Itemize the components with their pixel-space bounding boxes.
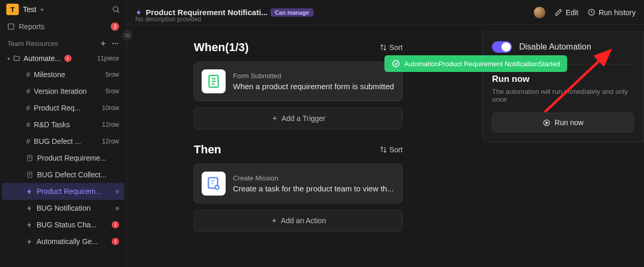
add-action-button[interactable]: Add an Action [194, 210, 403, 232]
flow-column: When(1/3) Sort Form Submitted When a pro… [194, 41, 403, 267]
more-icon[interactable] [111, 40, 119, 47]
when-header: When(1/3) Sort [194, 41, 403, 54]
alert-badge-icon: ! [64, 55, 72, 62]
sidebar-collapse-handle[interactable] [122, 30, 133, 41]
plus-icon [271, 217, 278, 224]
sidebar-item[interactable]: Product Requirem... [2, 183, 124, 200]
sort-icon [380, 44, 387, 51]
bolt-icon [135, 9, 143, 16]
status-dot-icon [115, 207, 119, 210]
play-circle-icon [543, 119, 551, 127]
action-card-title: Create Mission [233, 174, 394, 182]
sidebar-item[interactable]: #Milestone5row [2, 66, 124, 83]
item-label: Milestone [34, 70, 102, 79]
run-now-label: Run now [555, 118, 583, 127]
toggle-label: Disable Automation [519, 42, 591, 52]
item-meta: 12row [102, 138, 119, 145]
item-label: R&D Tasks [34, 120, 99, 129]
reports-badge: 3 [111, 22, 119, 31]
sort-label: Sort [389, 43, 403, 52]
sidebar-item[interactable]: Product Requireme... [2, 150, 124, 166]
add-resource-icon[interactable] [99, 40, 107, 47]
item-meta: 12row [102, 121, 119, 128]
when-title: When(1/3) [194, 41, 249, 54]
item-label: BUG Defect ... [34, 137, 99, 145]
add-trigger-label: Add a Trigger [282, 114, 325, 123]
task-icon [202, 172, 226, 196]
sidebar-item[interactable]: BUG Status Cha...! [2, 216, 124, 233]
sidebar-item[interactable]: Automatically Ge...! [2, 233, 124, 250]
form-icon [202, 69, 226, 93]
when-sort-button[interactable]: Sort [380, 43, 403, 52]
sort-icon [380, 146, 387, 153]
main: Product Requirement Notificati... Can ma… [127, 0, 644, 267]
workspace-switcher[interactable]: T Test ▾ [0, 0, 126, 19]
trigger-card-title: Form Submitted [233, 72, 394, 80]
svg-point-7 [117, 43, 119, 44]
chevron-down-icon: ▾ [7, 56, 10, 62]
check-circle-icon [392, 59, 400, 68]
svg-line-1 [118, 11, 119, 13]
chevron-down-icon: ▾ [41, 7, 43, 13]
sidebar-item[interactable]: BUG Notification [2, 200, 124, 216]
permission-badge: Can manage [271, 8, 313, 17]
svg-point-0 [113, 7, 118, 11]
plus-icon [271, 115, 278, 122]
item-label: Product Req... [34, 104, 99, 112]
folder-meta: 11piece [97, 55, 119, 62]
run-history-label: Run history [599, 8, 636, 17]
item-label: Version Iteration [34, 87, 102, 95]
item-label: Product Requireme... [37, 154, 119, 162]
item-label: Automatically Ge... [37, 237, 108, 246]
svg-point-6 [114, 43, 116, 44]
sidebar-item[interactable]: #BUG Defect ...12row [2, 133, 124, 150]
nav-reports-label: Reports [19, 22, 44, 31]
automation-panel: Disable Automation Run now The automatio… [482, 31, 644, 142]
svg-point-5 [112, 43, 114, 44]
then-title: Then [194, 143, 221, 156]
sidebar-item[interactable]: #R&D Tasks12row [2, 116, 124, 133]
item-label: BUG Status Cha... [37, 221, 108, 229]
run-now-title: Run now [492, 74, 634, 84]
page-subtitle: No description provided [135, 16, 201, 23]
toast-text: AutomationProduct Requirement Notificati… [404, 60, 560, 68]
then-header: Then Sort [194, 143, 403, 156]
run-now-button[interactable]: Run now [492, 113, 634, 132]
action-card[interactable]: Create Mission Create a task for the pro… [194, 164, 403, 203]
nav-reports[interactable]: Reports 3 [0, 19, 126, 34]
then-sort-button[interactable]: Sort [380, 145, 403, 154]
alert-badge-icon: ! [112, 221, 119, 228]
item-label: BUG Notification [37, 204, 112, 212]
alert-badge-icon: ! [112, 238, 119, 245]
svg-rect-2 [8, 24, 14, 30]
search-icon[interactable] [112, 5, 120, 14]
sidebar: T Test ▾ Reports 3 Team Resources ▾ Auto… [0, 0, 127, 267]
item-label: BUG Defect Collect... [37, 171, 119, 179]
history-icon [588, 8, 595, 16]
sort-label: Sort [389, 145, 403, 154]
item-meta: 5row [106, 88, 119, 95]
disable-automation-toggle[interactable] [492, 41, 512, 53]
sidebar-item[interactable]: BUG Defect Collect... [2, 166, 124, 183]
sidebar-folder[interactable]: ▾ Automate... ! 11piece [0, 51, 126, 66]
folder-label: Automate... [24, 54, 61, 63]
sidebar-section-header: Team Resources [0, 34, 126, 51]
folder-icon [13, 55, 20, 62]
sidebar-item[interactable]: #Product Req...10row [2, 100, 124, 116]
sidebar-tree: #Milestone5row#Version Iteration5row#Pro… [0, 66, 126, 250]
trigger-card[interactable]: Form Submitted When a product requiremen… [194, 62, 403, 101]
section-label: Team Resources [7, 40, 58, 47]
workspace-name: Test [23, 5, 37, 14]
workspace-badge: T [6, 4, 19, 15]
topbar: Product Requirement Notificati... Can ma… [127, 0, 644, 25]
add-trigger-button[interactable]: Add a Trigger [194, 107, 403, 129]
pencil-icon [555, 8, 563, 16]
run-history-button[interactable]: Run history [588, 8, 636, 17]
status-dot-icon [115, 190, 119, 193]
run-now-subtitle: The automation will run immediately and … [492, 88, 634, 103]
edit-label: Edit [566, 8, 578, 17]
edit-button[interactable]: Edit [555, 8, 578, 17]
avatar[interactable] [534, 7, 545, 18]
item-meta: 5row [106, 71, 119, 78]
sidebar-item[interactable]: #Version Iteration5row [2, 83, 124, 100]
